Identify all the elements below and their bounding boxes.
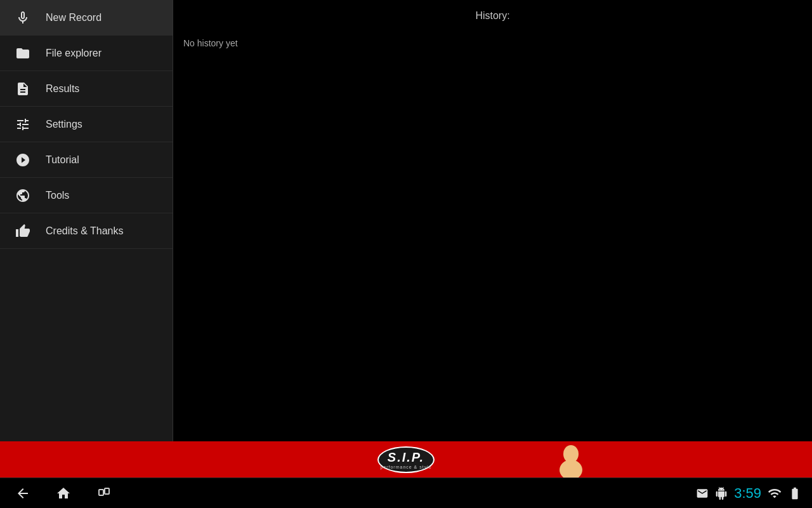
sidebar-item-new-record[interactable]: New Record	[0, 0, 173, 36]
sidebar-item-results[interactable]: Results	[0, 71, 173, 107]
ad-banner-inner: S.I.P. performance & style	[0, 441, 812, 478]
sidebar-item-credits[interactable]: Credits & Thanks	[0, 213, 173, 249]
gmail-icon	[696, 487, 709, 500]
wifi-icon	[768, 486, 782, 500]
android-icon	[715, 487, 728, 500]
sidebar-item-tutorial[interactable]: Tutorial	[0, 142, 173, 178]
document-icon	[10, 76, 36, 102]
mic-icon	[10, 5, 36, 30]
thumbs-up-icon	[10, 218, 36, 244]
nav-buttons	[10, 481, 696, 506]
folder-icon	[10, 41, 36, 66]
sidebar-item-settings-label: Settings	[46, 119, 82, 130]
content-area: History: No history yet	[173, 0, 812, 441]
sidebar-item-results-label: Results	[46, 83, 79, 95]
svg-rect-2	[99, 490, 103, 495]
status-right: 3:59	[696, 485, 802, 502]
back-button[interactable]	[10, 481, 36, 506]
sip-oval: S.I.P. performance & style	[377, 446, 435, 473]
sip-brand-text: S.I.P.	[388, 450, 424, 465]
sidebar-item-settings[interactable]: Settings	[0, 107, 173, 142]
sidebar-item-tools-label: Tools	[46, 190, 69, 201]
battery-icon	[788, 486, 802, 500]
sip-logo: S.I.P. performance & style	[377, 446, 435, 473]
sidebar-item-file-explorer-label: File explorer	[46, 48, 102, 59]
sip-tagline: performance & style	[380, 465, 431, 469]
sidebar-item-file-explorer[interactable]: File explorer	[0, 36, 173, 71]
globe-icon	[10, 183, 36, 208]
main-area: New Record File explorer Results	[0, 0, 812, 441]
play-circle-icon	[10, 147, 36, 173]
status-time: 3:59	[734, 485, 761, 502]
status-bar: 3:59	[0, 478, 812, 508]
svg-point-1	[560, 460, 582, 478]
history-title: History:	[475, 10, 509, 22]
ad-banner[interactable]: S.I.P. performance & style	[0, 441, 812, 478]
sidebar: New Record File explorer Results	[0, 0, 173, 441]
svg-rect-3	[105, 488, 109, 494]
ad-person-silhouette	[546, 441, 596, 478]
home-button[interactable]	[51, 481, 76, 506]
no-history-text: No history yet	[183, 38, 238, 48]
sidebar-item-new-record-label: New Record	[46, 12, 102, 23]
sidebar-item-tools[interactable]: Tools	[0, 178, 173, 213]
sliders-icon	[10, 112, 36, 137]
app-container: New Record File explorer Results	[0, 0, 812, 508]
recents-button[interactable]	[91, 481, 117, 506]
sidebar-item-tutorial-label: Tutorial	[46, 154, 79, 166]
sidebar-item-credits-label: Credits & Thanks	[46, 225, 123, 237]
